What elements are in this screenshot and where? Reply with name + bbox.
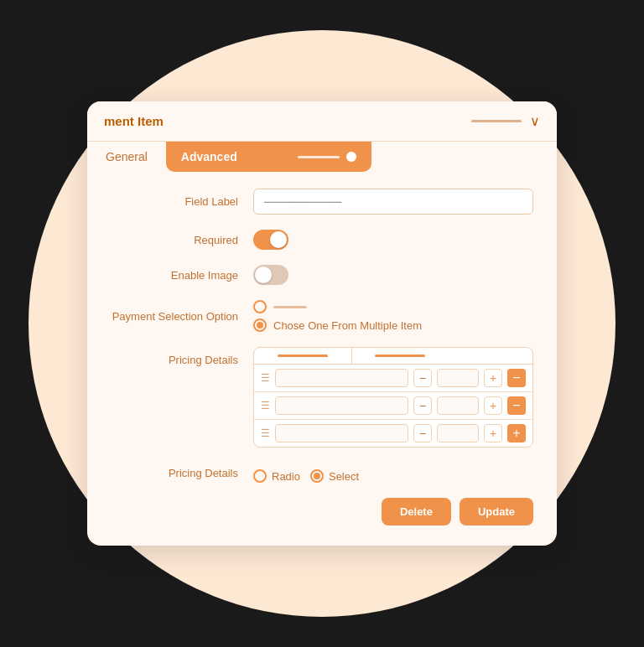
header-line-2 (375, 355, 425, 357)
radio-outer-2 (253, 318, 267, 332)
minus-button-2[interactable]: − (413, 396, 432, 415)
enable-image-row: Enable Image (111, 265, 533, 285)
tab-advanced[interactable]: Advanced (166, 142, 371, 172)
payment-option-text: Chose One From Multiple Item (273, 319, 422, 332)
radio-option-select[interactable]: Select (310, 469, 359, 483)
num-input-1[interactable] (437, 369, 479, 387)
pricing-details-bottom-row: Pricing Details Radio Select (111, 463, 533, 483)
radio-line-1 (273, 306, 307, 308)
field-label-text: Field Label (111, 195, 253, 208)
pricing-row-1: ☰ − + − (254, 365, 532, 392)
pricing-details-row: Pricing Details (111, 347, 533, 448)
required-toggle[interactable] (253, 230, 288, 250)
plus-btn-1[interactable]: + (484, 369, 502, 387)
field-label-control (253, 189, 533, 215)
pricing-details-bottom-control: Radio Select (253, 463, 533, 483)
enable-image-toggle[interactable] (253, 265, 288, 285)
background-circle: ment Item ∨ General Advanced F (29, 30, 615, 617)
action-btn-1[interactable]: − (507, 369, 526, 387)
pricing-details-bottom-label: Pricing Details (111, 467, 253, 479)
required-label-text: Required (111, 234, 253, 246)
radio-outer-select (310, 469, 324, 483)
radio-outer-1 (253, 300, 267, 313)
tab-indicator-dot (346, 152, 356, 162)
header-right: ∨ (471, 113, 540, 129)
radio-label: Radio (272, 470, 300, 483)
payment-option-2[interactable]: Chose One From Multiple Item (253, 318, 533, 332)
pricing-details-label-text: Pricing Details (111, 347, 253, 366)
toggle-knob (270, 231, 287, 248)
field-label-input[interactable] (253, 189, 533, 215)
payment-radio-options: Chose One From Multiple Item (253, 300, 533, 332)
pricing-table-header (254, 348, 532, 365)
required-row: Required (111, 230, 533, 250)
radio-option-radio[interactable]: Radio (253, 469, 300, 483)
update-button[interactable]: Update (460, 498, 533, 525)
payment-selection-control: Chose One From Multiple Item (253, 300, 533, 332)
pricing-header-cell-1 (254, 348, 352, 364)
header-line-decoration (471, 120, 522, 122)
pricing-row-2: ☰ − + − (254, 392, 532, 420)
delete-button[interactable]: Delete (382, 498, 451, 525)
header-line-1 (278, 355, 328, 357)
minus-button-3[interactable]: − (413, 424, 432, 443)
pricing-details-control: ☰ − + − ☰ − + (253, 347, 533, 448)
radio-inner-select (314, 473, 320, 479)
chevron-down-icon[interactable]: ∨ (530, 113, 540, 129)
radio-outer-radio (253, 469, 267, 483)
payment-option-1[interactable] (253, 300, 533, 313)
pricing-row-3: ☰ − + + (254, 420, 532, 447)
num-input-3[interactable] (437, 424, 479, 443)
card-body: Field Label Required Enable Image (87, 172, 557, 546)
drag-icon-1[interactable]: ☰ (261, 372, 270, 384)
action-btn-2[interactable]: − (507, 396, 526, 415)
drag-icon-2[interactable]: ☰ (261, 400, 270, 411)
minus-button-1[interactable]: − (413, 369, 432, 387)
tab-general[interactable]: General (87, 142, 166, 172)
payment-selection-row: Payment Selection Option Chose One From … (111, 300, 533, 332)
select-label: Select (329, 470, 359, 483)
enable-image-control (253, 265, 533, 285)
row-input-3[interactable] (275, 424, 408, 443)
payment-selection-label-text: Payment Selection Option (111, 310, 253, 323)
tab-indicator-line (298, 156, 340, 158)
plus-btn-2[interactable]: + (484, 396, 502, 415)
pricing-table: ☰ − + − ☰ − + (253, 347, 533, 448)
enable-image-label-text: Enable Image (111, 269, 253, 282)
radio-inner-2 (257, 322, 263, 329)
field-label-row: Field Label (111, 189, 533, 215)
num-input-2[interactable] (437, 396, 479, 415)
settings-card: ment Item ∨ General Advanced F (87, 101, 557, 546)
action-btn-3[interactable]: + (507, 424, 526, 443)
bottom-radio-row: Radio Select (253, 469, 533, 483)
plus-btn-3[interactable]: + (484, 424, 502, 443)
row-input-1[interactable] (275, 369, 408, 387)
card-header: ment Item ∨ (87, 101, 557, 142)
card-title: ment Item (104, 114, 164, 128)
pricing-header-cell-2 (352, 348, 449, 364)
row-input-2[interactable] (275, 396, 408, 415)
enable-image-toggle-knob (255, 267, 272, 283)
drag-icon-3[interactable]: ☰ (261, 427, 270, 439)
required-control (253, 230, 533, 250)
tabs-bar: General Advanced (87, 142, 557, 172)
button-row: Delete Update (111, 498, 533, 525)
